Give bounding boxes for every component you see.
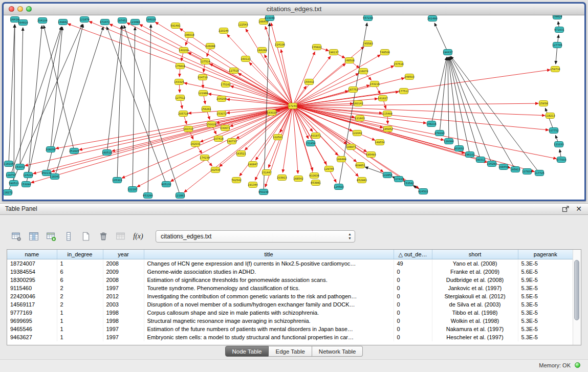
table-row[interactable]: 977716911998Corpus callosum shape and si… bbox=[7, 309, 573, 317]
graph-node[interactable]: 116074 bbox=[358, 69, 369, 74]
graph-node[interactable]: 175818 bbox=[175, 63, 185, 69]
graph-node[interactable]: 160142 bbox=[353, 101, 363, 106]
graph-edge[interactable] bbox=[20, 28, 23, 167]
graph-node[interactable]: 123480 bbox=[130, 19, 140, 25]
graph-node[interactable]: 251605 bbox=[69, 148, 79, 154]
graph-edge[interactable] bbox=[546, 108, 554, 130]
graph-edge[interactable] bbox=[133, 27, 135, 189]
graph-node[interactable]: 124220 bbox=[23, 172, 33, 178]
graph-node[interactable]: 226088 bbox=[205, 43, 215, 49]
column-header-6[interactable]: pagerank bbox=[518, 250, 573, 259]
graph-node[interactable]: 140204 bbox=[179, 48, 189, 53]
graph-node[interactable]: 748508 bbox=[380, 50, 390, 55]
graph-node[interactable]: 264810 bbox=[18, 20, 28, 26]
graph-node[interactable]: 129751 bbox=[6, 172, 16, 178]
graph-node[interactable]: 184289 bbox=[257, 48, 267, 53]
graph-node[interactable]: 153072 bbox=[216, 111, 227, 117]
graph-node[interactable]: 148216 bbox=[426, 121, 437, 127]
graph-node[interactable]: 591481 bbox=[170, 23, 181, 29]
graph-node[interactable]: 107752 bbox=[549, 128, 559, 134]
graph-node[interactable]: 155822 bbox=[312, 45, 322, 50]
tab-edge-table[interactable]: Edge Table bbox=[269, 346, 312, 357]
graph-edge[interactable] bbox=[56, 106, 293, 148]
graph-node[interactable]: 185493 bbox=[366, 152, 376, 158]
graph-node[interactable]: 204209 bbox=[216, 96, 227, 102]
graph-node[interactable]: 950238 bbox=[258, 189, 269, 195]
row-options-button[interactable] bbox=[61, 229, 76, 244]
graph-node[interactable]: 196137 bbox=[329, 50, 339, 55]
graph-node[interactable]: 557239 bbox=[363, 15, 373, 21]
graph-node[interactable]: 107834 bbox=[522, 169, 533, 174]
graph-edge[interactable] bbox=[434, 23, 448, 52]
table-options-button[interactable] bbox=[9, 229, 24, 244]
graph-node[interactable]: 197451 bbox=[117, 18, 127, 24]
graph-node[interactable]: 924502 bbox=[418, 189, 428, 194]
column-header-3[interactable]: title bbox=[144, 250, 394, 259]
graph-edge[interactable] bbox=[107, 26, 122, 152]
graph-node[interactable]: 121033 bbox=[554, 142, 564, 147]
column-header-5[interactable]: short bbox=[432, 250, 518, 259]
graph-node[interactable]: 203913 bbox=[277, 175, 287, 181]
graph-edge[interactable] bbox=[14, 25, 15, 183]
graph-node[interactable]: 122187 bbox=[127, 187, 138, 192]
graph-node[interactable]: 127518 bbox=[229, 68, 239, 74]
scrollbar-thumb[interactable] bbox=[574, 260, 579, 320]
graph-node[interactable]: 194437 bbox=[443, 50, 453, 55]
graph-node[interactable]: 164020 bbox=[146, 17, 156, 23]
table-scrollbar[interactable] bbox=[573, 250, 581, 345]
graph-edge[interactable] bbox=[25, 106, 293, 166]
graph-node[interactable]: 153372 bbox=[15, 164, 25, 170]
graph-edge[interactable] bbox=[293, 106, 549, 130]
graph-node[interactable]: 156261 bbox=[201, 106, 211, 112]
new-row-button[interactable] bbox=[79, 229, 93, 244]
function-builder-button[interactable]: f(x) bbox=[131, 229, 145, 244]
graph-edge[interactable] bbox=[148, 25, 151, 195]
graph-node[interactable]: 139824 bbox=[552, 15, 563, 19]
graph-node[interactable]: 191344 bbox=[248, 182, 258, 188]
graph-edge[interactable] bbox=[124, 25, 180, 195]
graph-edge[interactable] bbox=[122, 106, 293, 178]
graph-edge[interactable] bbox=[43, 26, 74, 151]
graph-node[interactable]: 677003 bbox=[556, 157, 567, 163]
graph-edge[interactable] bbox=[11, 27, 61, 175]
graph-node[interactable]: 745583 bbox=[363, 41, 373, 47]
graph-node[interactable]: 161627 bbox=[378, 96, 388, 101]
graph-node[interactable]: 190847 bbox=[248, 162, 258, 167]
graph-node[interactable]: 166489 bbox=[336, 157, 346, 162]
float-panel-icon[interactable] bbox=[562, 205, 570, 213]
delete-entries-button[interactable] bbox=[96, 229, 111, 244]
table-source-select[interactable]: citations_edges.txt ▲▼ bbox=[156, 230, 355, 243]
graph-node[interactable]: 118213 bbox=[545, 113, 555, 119]
graph-edge[interactable] bbox=[51, 27, 62, 149]
graph-node[interactable]: 115469 bbox=[382, 111, 393, 117]
graph-node[interactable]: 129745 bbox=[324, 166, 334, 172]
tab-network-table[interactable]: Network Table bbox=[312, 346, 363, 357]
graph-node[interactable]: 190313 bbox=[475, 157, 486, 163]
graph-node[interactable]: 953264 bbox=[143, 193, 154, 199]
graph-node[interactable]: 151447 bbox=[262, 170, 272, 176]
graph-edge[interactable] bbox=[293, 106, 534, 171]
column-header-4[interactable]: △ out_de… bbox=[394, 250, 432, 259]
network-window-titlebar[interactable]: citations_edges.txt bbox=[4, 4, 584, 15]
graph-node[interactable]: 174239 bbox=[200, 155, 210, 161]
graph-node[interactable]: 105303 bbox=[112, 178, 122, 183]
graph-edge[interactable] bbox=[440, 57, 447, 133]
graph-node[interactable]: 118272 bbox=[4, 190, 13, 195]
table-row[interactable]: 2242004622012Investigating the contribut… bbox=[7, 292, 573, 300]
graph-node[interactable]: 155432 bbox=[304, 79, 314, 85]
table-row[interactable]: 1938455462009Genome-wide association stu… bbox=[7, 268, 573, 276]
graph-node[interactable]: 175162 bbox=[221, 82, 231, 87]
show-columns-button[interactable] bbox=[27, 229, 41, 244]
graph-edge[interactable] bbox=[448, 57, 449, 141]
graph-node[interactable]: 129364 bbox=[444, 139, 454, 144]
table-row[interactable]: 911546021997Tourette syndrome. Phenomeno… bbox=[7, 284, 573, 292]
graph-node[interactable]: 153094 bbox=[21, 182, 32, 187]
graph-node[interactable]: 157516 bbox=[394, 61, 404, 67]
graph-node[interactable]: 168542 bbox=[293, 176, 303, 182]
graph-edge[interactable] bbox=[249, 62, 293, 106]
graph-node[interactable]: 143216 bbox=[369, 81, 380, 87]
graph-node[interactable]: 122042 bbox=[352, 130, 362, 136]
column-header-2[interactable]: year bbox=[103, 250, 144, 259]
graph-edge[interactable] bbox=[107, 27, 166, 184]
graph-node[interactable]: 187752 bbox=[348, 87, 358, 93]
